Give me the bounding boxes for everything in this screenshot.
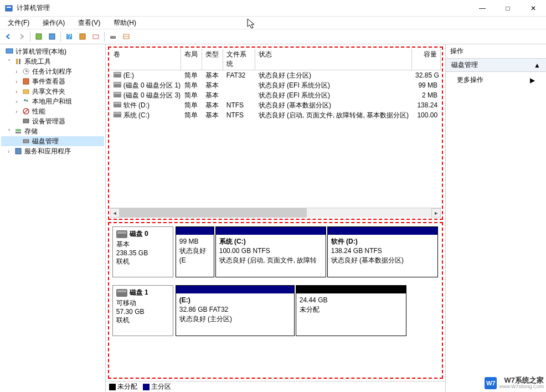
tree-local-users[interactable]: › 本地用户和组 xyxy=(1,96,104,106)
menubar: 文件(F) 操作(A) 查看(V) 帮助(H) xyxy=(0,17,546,29)
navigation-tree[interactable]: 计算机管理(本地) ˅ 系统工具 › 任务计划程序 › 事件查看器 › 共享文件… xyxy=(0,44,106,392)
scrollbar-track[interactable] xyxy=(120,208,431,218)
disk-graphical-region: 磁盘 0基本238.35 GB联机99 MB状态良好 (E系统 (C:)100.… xyxy=(108,222,443,379)
volume-row[interactable]: (磁盘 0 磁盘分区 1)简单基本状态良好 (EFI 系统分区)99 MB xyxy=(110,80,441,90)
drive-icon xyxy=(114,112,121,117)
svg-rect-7 xyxy=(93,35,99,39)
tree-shared-folders[interactable]: › 共享文件夹 xyxy=(1,86,104,96)
svg-rect-13 xyxy=(19,59,20,64)
tree-device-manager[interactable]: 设备管理器 xyxy=(1,116,104,126)
performance-icon xyxy=(22,107,30,116)
folder-icon xyxy=(22,87,30,96)
volume-list[interactable]: (E:)简单基本FAT32状态良好 (主分区)32.85 G(磁盘 0 磁盘分区… xyxy=(110,70,441,208)
svg-rect-8 xyxy=(110,36,116,39)
disk-block: 磁盘 1可移动57.30 GB联机(E:)32.86 GB FAT32状态良好 … xyxy=(112,285,439,336)
tree-performance[interactable]: › 性能 xyxy=(1,106,104,116)
services-icon xyxy=(14,147,23,156)
volume-row[interactable]: (E:)简单基本FAT32状态良好 (主分区)32.85 G xyxy=(110,70,441,80)
svg-rect-27 xyxy=(16,148,21,154)
partition[interactable]: (E:)32.86 GB FAT32状态良好 (主分区) xyxy=(176,285,295,336)
col-volume[interactable]: 卷 xyxy=(110,49,181,70)
event-icon xyxy=(22,77,30,86)
legend-primary: 主分区 xyxy=(143,382,171,391)
window-controls: — □ ✕ xyxy=(470,0,546,17)
disk-info[interactable]: 磁盘 1可移动57.30 GB联机 xyxy=(112,285,173,336)
menu-action[interactable]: 操作(A) xyxy=(39,17,68,29)
watermark: W7 W7系统之家 www.W7xitong.Com xyxy=(485,376,544,390)
disk-info[interactable]: 磁盘 0基本238.35 GB联机 xyxy=(112,226,173,277)
tree-event-viewer[interactable]: › 事件查看器 xyxy=(1,76,104,86)
partition[interactable]: 99 MB状态良好 (E xyxy=(176,226,214,277)
window-title: 计算机管理 xyxy=(17,3,470,13)
toolbar: ? xyxy=(0,29,546,44)
toolbar-btn-3[interactable] xyxy=(76,30,89,43)
disk-icon xyxy=(116,230,127,238)
actions-more[interactable]: 更多操作 ▶ xyxy=(446,72,546,88)
tools-icon xyxy=(14,57,23,66)
svg-point-19 xyxy=(24,99,26,101)
col-status[interactable]: 状态 xyxy=(255,49,412,70)
col-capacity[interactable]: 容量 xyxy=(412,49,441,70)
device-icon xyxy=(22,117,30,126)
titlebar: 计算机管理 — □ ✕ xyxy=(0,0,546,17)
volume-row[interactable]: 系统 (C:)简单基本NTFS状态良好 (启动, 页面文件, 故障转储, 基本数… xyxy=(110,110,441,120)
storage-icon xyxy=(14,127,23,136)
volume-header: 卷 布局 类型 文件系统 状态 容量 xyxy=(110,49,441,70)
svg-point-20 xyxy=(26,100,28,102)
svg-rect-23 xyxy=(23,119,29,123)
actions-group[interactable]: 磁盘管理 ▲ xyxy=(446,59,546,72)
center-panel: 卷 布局 类型 文件系统 状态 容量 (E:)简单基本FAT32状态良好 (主分… xyxy=(106,44,446,392)
tree-root[interactable]: 计算机管理(本地) xyxy=(1,47,104,56)
drive-icon xyxy=(114,72,121,78)
minimize-button[interactable]: — xyxy=(470,0,495,17)
tree-storage[interactable]: ˅ 存储 xyxy=(1,126,104,136)
partition[interactable]: 软件 (D:)138.24 GB NTFS状态良好 (基本数据分区) xyxy=(327,226,438,277)
partition[interactable]: 系统 (C:)100.00 GB NTFS状态良好 (启动, 页面文件, 故障转 xyxy=(215,226,326,277)
tree-system-tools[interactable]: ˅ 系统工具 xyxy=(1,56,104,66)
clock-icon xyxy=(22,67,30,76)
tree-services[interactable]: › 服务和应用程序 xyxy=(1,146,104,156)
close-button[interactable]: ✕ xyxy=(521,0,546,17)
scroll-right-button[interactable]: ► xyxy=(431,208,441,218)
col-layout[interactable]: 布局 xyxy=(181,49,202,70)
svg-rect-25 xyxy=(16,132,21,133)
toolbar-btn-6[interactable] xyxy=(120,30,132,43)
menu-file[interactable]: 文件(F) xyxy=(4,17,33,29)
svg-rect-3 xyxy=(49,34,55,39)
svg-line-22 xyxy=(24,109,28,114)
svg-text:?: ? xyxy=(68,33,71,40)
col-fs[interactable]: 文件系统 xyxy=(223,49,255,70)
svg-rect-1 xyxy=(7,7,11,8)
menu-view[interactable]: 查看(V) xyxy=(75,17,104,29)
toolbar-btn-5[interactable] xyxy=(107,30,119,43)
menu-help[interactable]: 帮助(H) xyxy=(110,17,140,29)
forward-button[interactable] xyxy=(16,30,28,43)
toolbar-btn-4[interactable] xyxy=(90,30,102,43)
horizontal-scrollbar[interactable]: ◄ ► xyxy=(110,208,441,218)
drive-icon xyxy=(114,82,121,87)
svg-rect-17 xyxy=(23,79,29,84)
watermark-logo: W7 xyxy=(485,377,497,389)
actions-header: 操作 xyxy=(446,44,546,59)
svg-rect-24 xyxy=(16,129,21,131)
disk-mgmt-icon xyxy=(22,137,30,146)
col-type[interactable]: 类型 xyxy=(202,49,223,70)
svg-rect-0 xyxy=(6,6,12,11)
help-button[interactable]: ? xyxy=(63,30,75,43)
users-icon xyxy=(22,97,30,106)
toolbar-btn-1[interactable] xyxy=(33,30,45,43)
toolbar-btn-2[interactable] xyxy=(46,30,58,43)
computer-icon xyxy=(5,47,14,56)
tree-task-scheduler[interactable]: › 任务计划程序 xyxy=(1,66,104,76)
app-icon xyxy=(4,4,13,13)
back-button[interactable] xyxy=(2,30,14,43)
tree-disk-management[interactable]: 磁盘管理 xyxy=(1,136,104,146)
partition[interactable]: 24.44 GB未分配 xyxy=(296,285,406,336)
scroll-left-button[interactable]: ◄ xyxy=(110,208,120,218)
maximize-button[interactable]: □ xyxy=(495,0,521,17)
svg-rect-12 xyxy=(16,59,18,64)
volume-row[interactable]: 软件 (D:)简单基本NTFS状态良好 (基本数据分区)138.24 xyxy=(110,100,441,110)
scrollbar-thumb[interactable] xyxy=(120,208,307,218)
chevron-right-icon: ▶ xyxy=(530,76,535,84)
volume-row[interactable]: (磁盘 0 磁盘分区 3)简单基本状态良好 (EFI 系统分区)2 MB xyxy=(110,90,441,100)
